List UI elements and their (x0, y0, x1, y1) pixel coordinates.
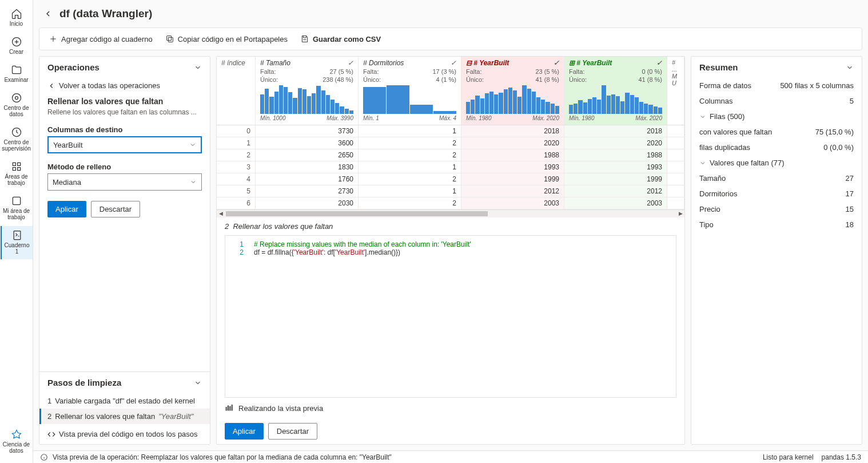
target-columns-label: Columnas de destino (39, 122, 210, 136)
chevron-down-icon[interactable] (194, 64, 202, 72)
rail-item-datahub[interactable]: Centro de datos (1, 89, 33, 122)
rail-label: Centro de datos (4, 105, 29, 117)
cell-added-column: 1988 (564, 149, 667, 161)
cell-deleted-column: 1988 (461, 149, 564, 161)
grid-scroll[interactable]: # índice # Tamaño✓ Falta:27 (5 %) Único:… (217, 57, 684, 209)
folder-icon (11, 64, 22, 76)
notebook-icon (11, 229, 23, 241)
svg-point-1 (12, 94, 21, 102)
column-header[interactable]: ⊞ # YearBuilt✓ Falta:0 (0 %) Único:41 (8… (564, 57, 667, 125)
summary-duplicate-rows: filas duplicadas 0 (0,0 %) (691, 140, 862, 155)
summary-heading[interactable]: Resumen (691, 57, 862, 78)
svg-rect-7 (17, 168, 20, 171)
summary-missing-section[interactable]: Valores que faltan (77) (691, 155, 862, 171)
save-csv-button[interactable]: Guardar como CSV (296, 32, 385, 46)
svg-point-2 (15, 97, 18, 100)
copy-icon (165, 34, 174, 43)
summary-missing-item: Tamaño27 (691, 171, 862, 186)
data-grid: # índice # Tamaño✓ Falta:27 (5 %) Único:… (217, 57, 684, 209)
cell-index: 4 (217, 173, 256, 185)
cell: 2 (359, 137, 461, 149)
rail-item-inicio[interactable]: Inicio (1, 5, 33, 31)
cell: 2730 (256, 185, 359, 197)
cell-added-column: 2012 (564, 185, 667, 197)
target-columns-select[interactable]: YearBuilt (47, 136, 202, 153)
my-workspace-icon (11, 195, 22, 207)
fill-method-select[interactable]: Mediana (47, 173, 202, 191)
cell-deleted-column: 1999 (461, 173, 564, 185)
apply-button[interactable]: Aplicar (47, 201, 86, 217)
cell-more (667, 185, 684, 197)
column-header-index[interactable]: # índice (217, 57, 256, 125)
copy-code-button[interactable]: Copiar código en el Portapapeles (161, 32, 292, 46)
discard-button[interactable]: Descartar (91, 201, 140, 217)
step-item[interactable]: 1 Variable cargada "df" del estado del k… (39, 393, 210, 409)
column-header-more[interactable]: # ...MU (667, 57, 684, 125)
cell: 1 (359, 185, 461, 197)
rail-item-examinar[interactable]: Examinar (1, 61, 33, 88)
chevron-down-icon (190, 179, 197, 185)
cell-added-column: 2018 (564, 125, 667, 137)
column-menu-icon[interactable]: ✓ (348, 59, 353, 67)
page-title: df (data Wrangler) (59, 7, 152, 20)
apply-code-button[interactable]: Aplicar (225, 423, 264, 440)
svg-rect-5 (17, 163, 20, 165)
cleaning-steps: Pasos de limpieza 1 Variable cargada "df… (39, 371, 210, 444)
steps-heading[interactable]: Pasos de limpieza (39, 372, 210, 393)
workspaces-icon (11, 161, 22, 172)
back-to-operations-link[interactable]: Volver a todas las operaciones (39, 78, 210, 93)
heading-text: Resumen (699, 62, 738, 72)
scrollbar-thumb[interactable] (226, 211, 488, 216)
rail-item-myworkspace[interactable]: Mi área de trabajo (1, 192, 33, 225)
rail-item-monitor[interactable]: Centro de supervisión (1, 123, 33, 156)
step-item-active[interactable]: 2 Rellenar los valores que faltan "YearB… (39, 409, 210, 424)
back-arrow-icon[interactable] (43, 9, 53, 18)
cell: 2 (359, 197, 461, 209)
rail-label: Mi área de trabajo (3, 208, 30, 220)
discard-code-button[interactable]: Descartar (268, 423, 317, 440)
chevron-down-icon[interactable] (846, 64, 854, 72)
rail-item-workspaces[interactable]: Áreas de trabajo (1, 157, 33, 191)
code-editor[interactable]: 1 # Replace missing values with the medi… (225, 235, 676, 398)
data-science-icon (11, 429, 22, 440)
rail-label: Crear (9, 49, 23, 55)
select-value: YearBuilt (53, 141, 83, 149)
column-header[interactable]: ⊟ # YearBuilt✓ Falta:23 (5 %) Único:41 (… (461, 57, 564, 125)
pandas-version: pandas 1.5.3 (822, 453, 861, 461)
rail-item-crear[interactable]: Crear (1, 33, 33, 60)
rail-item-notebook[interactable]: Cuaderno 1 (1, 226, 33, 259)
rail-item-datascience[interactable]: Ciencia de datos (1, 425, 33, 458)
link-text: Vista previa del código en todos los pas… (59, 430, 198, 438)
data-hub-icon (11, 92, 22, 104)
operations-heading[interactable]: Operaciones (39, 57, 210, 78)
column-header[interactable]: # Dormitorios✓ Falta:17 (3 %) Único:4 (1… (359, 57, 461, 125)
step-title-text: Rellenar los valores que faltan (233, 222, 333, 231)
column-header[interactable]: # Tamaño✓ Falta:27 (5 %) Único:238 (48 %… (256, 57, 359, 125)
step-number: 2 (225, 222, 229, 231)
home-icon (11, 8, 22, 19)
column-menu-icon[interactable]: ✓ (554, 59, 559, 67)
kernel-status: Listo para kernel (763, 453, 814, 461)
step-label: Rellenar los valores que faltan (55, 412, 155, 421)
horizontal-scrollbar[interactable]: ◀ ▶ (217, 209, 684, 217)
button-label: Agregar código al cuaderno (61, 35, 153, 43)
cell-index: 0 (217, 125, 256, 137)
select-value: Mediana (53, 178, 81, 187)
navigation-rail: Inicio Crear Examinar Centro de datos Ce… (0, 0, 33, 463)
label: Columnas (699, 97, 733, 105)
add-code-button[interactable]: Agregar código al cuaderno (44, 32, 157, 46)
step-number: 1 (47, 397, 51, 405)
cell-index: 3 (217, 161, 256, 173)
column-menu-icon[interactable]: ✓ (451, 59, 456, 67)
preview-all-steps-link[interactable]: Vista previa del código en todos los pas… (39, 424, 210, 444)
column-menu-icon[interactable]: ✓ (656, 59, 662, 67)
cell-more (667, 161, 684, 173)
line-number: 2 (231, 248, 244, 256)
chevron-down-icon[interactable] (194, 379, 202, 387)
scroll-left-icon[interactable]: ◀ (217, 210, 225, 217)
summary-rows-section[interactable]: Filas (500) (691, 109, 862, 124)
summary-shape: Forma de datos 500 filas x 5 columnas (691, 78, 862, 93)
scroll-right-icon[interactable]: ▶ (676, 210, 684, 217)
cell: 1 (359, 125, 461, 137)
label: con valores que faltan (699, 128, 772, 136)
